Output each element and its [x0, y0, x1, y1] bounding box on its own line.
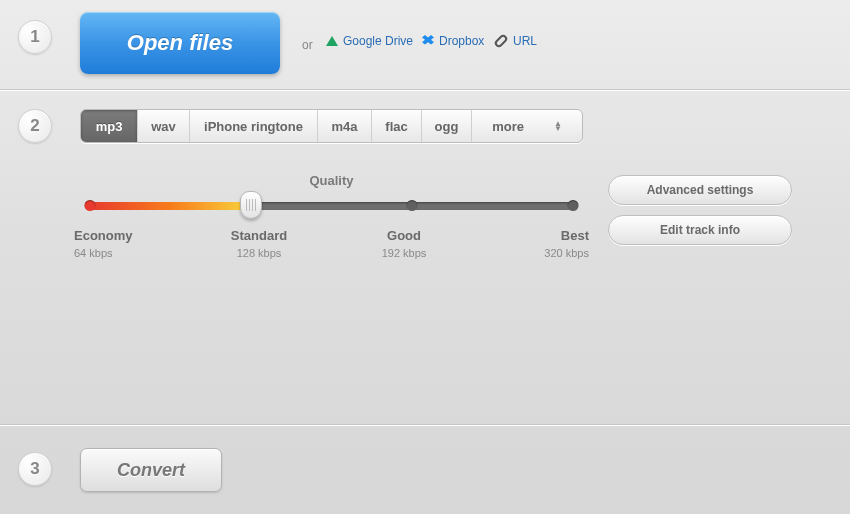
quality-title: Quality: [80, 173, 583, 188]
convert-button[interactable]: Convert: [80, 448, 222, 492]
google-drive-label: Google Drive: [343, 34, 413, 48]
quality-name: Good: [364, 228, 444, 243]
quality-labels: Economy 64 kbps Standard 128 kbps Good 1…: [80, 228, 583, 259]
quality-bitrate: 192 kbps: [364, 247, 444, 259]
url-link[interactable]: URL: [494, 34, 537, 48]
tab-ogg[interactable]: ogg: [422, 110, 472, 142]
tab-flac[interactable]: flac: [372, 110, 422, 142]
edit-track-info-button[interactable]: Edit track info: [608, 215, 792, 245]
step-2-section: 2 mp3 wav iPhone ringtone m4a flac ogg m…: [0, 90, 850, 425]
google-drive-icon: [326, 36, 338, 46]
dropbox-label: Dropbox: [439, 34, 484, 48]
quality-label-good: Good 192 kbps: [364, 228, 444, 259]
url-label: URL: [513, 34, 537, 48]
quality-tick-good: [406, 200, 417, 211]
quality-slider-fill: [90, 202, 249, 210]
google-drive-link[interactable]: Google Drive: [326, 34, 413, 48]
step-3-section: 3 Convert: [0, 425, 850, 512]
open-files-button[interactable]: Open files: [80, 12, 280, 74]
quality-bitrate: 128 kbps: [219, 247, 299, 259]
quality-label-standard: Standard 128 kbps: [219, 228, 299, 259]
quality-bitrate: 64 kbps: [74, 247, 154, 259]
step-1-section: 1 Open files or Google Drive Dropbox URL: [0, 0, 850, 90]
tab-m4a[interactable]: m4a: [318, 110, 372, 142]
dropbox-link[interactable]: Dropbox: [422, 34, 484, 48]
quality-label-best: Best 320 kbps: [509, 228, 589, 259]
updown-icon: ▲▼: [554, 121, 562, 131]
quality-tick-economy: [85, 200, 96, 211]
tab-iphone-ringtone[interactable]: iPhone ringtone: [190, 110, 318, 142]
quality-name: Standard: [219, 228, 299, 243]
quality-name: Best: [509, 228, 589, 243]
quality-tick-best: [568, 200, 579, 211]
quality-panel: Quality Economy 64 kbps Standard 128 kbp…: [80, 173, 583, 259]
tab-more[interactable]: more ▲▼: [472, 110, 582, 142]
step-2-badge: 2: [18, 109, 52, 143]
advanced-settings-button[interactable]: Advanced settings: [608, 175, 792, 205]
tab-mp3[interactable]: mp3: [81, 110, 138, 142]
format-tabs: mp3 wav iPhone ringtone m4a flac ogg mor…: [80, 109, 583, 143]
step-1-badge: 1: [18, 20, 52, 54]
tab-wav[interactable]: wav: [138, 110, 190, 142]
side-buttons: Advanced settings Edit track info: [608, 175, 792, 245]
link-icon: [493, 33, 509, 49]
or-text: or: [302, 38, 313, 52]
quality-label-economy: Economy 64 kbps: [74, 228, 154, 259]
step-3-badge: 3: [18, 452, 52, 486]
quality-bitrate: 320 kbps: [509, 247, 589, 259]
quality-name: Economy: [74, 228, 154, 243]
quality-slider-track[interactable]: [90, 202, 573, 210]
tab-more-label: more: [492, 119, 524, 134]
dropbox-icon: [422, 35, 434, 47]
quality-slider-handle[interactable]: [240, 191, 262, 219]
